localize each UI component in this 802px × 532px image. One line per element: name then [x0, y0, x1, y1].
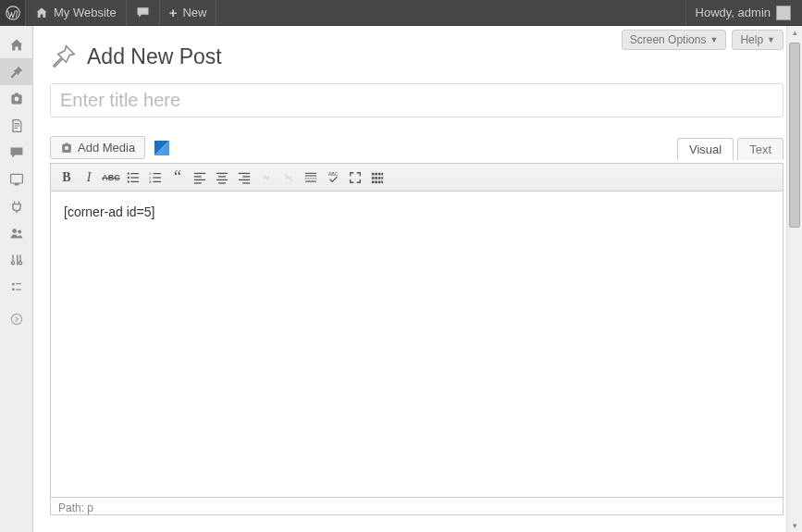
- corner-ad-icon[interactable]: [154, 141, 169, 155]
- comment-icon: [136, 6, 150, 19]
- sidebar-item-posts[interactable]: [0, 58, 33, 85]
- svg-rect-22: [194, 172, 205, 173]
- svg-rect-29: [218, 182, 226, 183]
- appearance-icon: [9, 172, 24, 187]
- svg-rect-28: [216, 179, 228, 179]
- svg-rect-23: [194, 176, 202, 177]
- pages-icon: [9, 118, 24, 133]
- svg-rect-42: [372, 177, 375, 179]
- site-name-label: My Website: [54, 6, 117, 19]
- svg-rect-1: [11, 174, 23, 183]
- strikethrough-button[interactable]: ABC: [101, 167, 121, 188]
- svg-rect-49: [381, 180, 383, 183]
- blockquote-button[interactable]: “: [167, 167, 188, 188]
- svg-rect-32: [239, 179, 250, 179]
- svg-point-4: [18, 229, 21, 233]
- scrollbar-vertical[interactable]: [786, 26, 802, 532]
- svg-rect-46: [372, 180, 375, 183]
- post-title-input[interactable]: [50, 83, 783, 118]
- svg-rect-13: [130, 177, 139, 178]
- media-icon: [9, 92, 24, 106]
- align-center-button[interactable]: [212, 167, 232, 188]
- svg-rect-36: [305, 180, 316, 181]
- svg-text:3: 3: [149, 179, 152, 184]
- site-name-link[interactable]: My Website: [26, 0, 127, 26]
- svg-rect-39: [375, 172, 377, 175]
- help-tab[interactable]: Help▼: [732, 30, 783, 50]
- svg-rect-35: [305, 175, 316, 176]
- numbered-list-button[interactable]: 123: [145, 167, 166, 188]
- editor-body[interactable]: [corner-ad id=5]: [51, 192, 783, 497]
- wordpress-logo[interactable]: [0, 0, 26, 26]
- svg-rect-2: [15, 183, 19, 185]
- tools-icon: [9, 253, 24, 267]
- bullet-list-button[interactable]: [123, 167, 143, 188]
- plugins-icon: [9, 199, 24, 214]
- comments-link[interactable]: [127, 0, 160, 26]
- kitchen-sink-button[interactable]: [367, 167, 388, 188]
- editor-toolbar: B I ABC 123 “ ABC: [51, 164, 783, 192]
- svg-rect-6: [16, 283, 21, 284]
- tab-visual[interactable]: Visual: [677, 138, 734, 160]
- editor-container: B I ABC 123 “ ABC [corner-ad id=5] Path:…: [50, 163, 783, 515]
- svg-rect-31: [242, 176, 250, 177]
- svg-rect-33: [242, 182, 250, 183]
- home-icon: [35, 6, 48, 19]
- svg-rect-34: [305, 172, 316, 173]
- italic-button[interactable]: I: [79, 167, 99, 188]
- sidebar-item-settings[interactable]: [0, 273, 33, 300]
- new-content-link[interactable]: + New: [160, 0, 217, 26]
- sidebar-item-tools[interactable]: [0, 246, 33, 273]
- comment-icon: [9, 145, 24, 160]
- new-label: New: [182, 6, 206, 19]
- svg-point-14: [128, 180, 130, 182]
- link-button[interactable]: [256, 167, 277, 188]
- avatar: [776, 6, 791, 20]
- sidebar-item-appearance[interactable]: [0, 166, 33, 192]
- collapse-icon: [9, 312, 24, 327]
- collapse-menu-button[interactable]: [0, 305, 33, 332]
- home-icon: [9, 38, 24, 53]
- svg-point-12: [128, 176, 130, 178]
- svg-point-10: [128, 172, 130, 174]
- svg-rect-24: [194, 179, 205, 179]
- svg-rect-25: [194, 182, 202, 183]
- bold-button[interactable]: B: [56, 167, 77, 188]
- unlink-button[interactable]: [278, 167, 299, 188]
- tab-text[interactable]: Text: [737, 138, 783, 160]
- align-right-button[interactable]: [234, 167, 254, 188]
- sidebar-item-users[interactable]: [0, 219, 33, 246]
- sidebar-item-media[interactable]: [0, 85, 33, 112]
- svg-rect-26: [216, 172, 228, 173]
- svg-rect-41: [381, 172, 383, 175]
- svg-rect-48: [378, 180, 381, 183]
- sidebar-item-dashboard[interactable]: [0, 31, 33, 58]
- editor-status-bar: Path: p: [51, 497, 783, 514]
- svg-point-9: [11, 314, 21, 324]
- chevron-down-icon: ▼: [709, 35, 718, 44]
- users-icon: [9, 226, 24, 241]
- settings-icon: [9, 279, 24, 294]
- svg-point-3: [12, 229, 17, 233]
- sidebar-item-comments[interactable]: [0, 139, 33, 166]
- align-left-button[interactable]: [190, 167, 210, 188]
- svg-rect-15: [130, 180, 139, 181]
- svg-rect-30: [239, 172, 250, 173]
- svg-rect-47: [375, 180, 377, 183]
- svg-rect-44: [378, 177, 381, 179]
- svg-text:ABC: ABC: [328, 171, 339, 177]
- sidebar-item-pages[interactable]: [0, 112, 33, 139]
- scrollbar-thumb[interactable]: [789, 43, 800, 228]
- add-media-button[interactable]: Add Media: [50, 136, 145, 159]
- svg-rect-43: [375, 177, 377, 179]
- fullscreen-button[interactable]: [345, 167, 365, 188]
- sidebar-item-plugins[interactable]: [0, 192, 33, 219]
- screen-options-tab[interactable]: Screen Options▼: [622, 30, 727, 50]
- howdy-label: Howdy, admin: [696, 6, 771, 19]
- more-button[interactable]: [301, 167, 321, 188]
- account-menu[interactable]: Howdy, admin: [685, 0, 795, 26]
- svg-rect-45: [381, 177, 383, 179]
- screen-meta: Screen Options▼ Help▼: [622, 30, 783, 50]
- spellcheck-button[interactable]: ABC: [323, 167, 343, 188]
- svg-rect-8: [16, 289, 21, 290]
